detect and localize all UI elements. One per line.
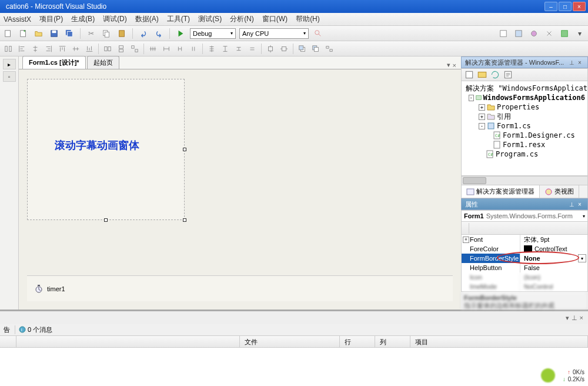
toolbox-pointer[interactable]: ▸: [3, 59, 16, 69]
resx-node[interactable]: Form1.resx: [503, 140, 545, 149]
dropdown-icon[interactable]: ▾: [578, 254, 586, 262]
align-center-icon[interactable]: [29, 43, 41, 55]
solution-explorer-button[interactable]: [497, 28, 509, 39]
project-node[interactable]: WindowsFormsApplication6: [483, 93, 585, 102]
same-width-icon[interactable]: [102, 43, 113, 55]
dock-dropdown-icon[interactable]: ▾: [566, 314, 569, 322]
references-node[interactable]: 引用: [497, 112, 511, 121]
panel-close-icon[interactable]: ×: [576, 58, 584, 66]
class-view-tab[interactable]: 类视图: [540, 185, 579, 198]
expand-project[interactable]: -: [469, 95, 473, 101]
vspace-dec-icon[interactable]: [233, 43, 245, 55]
pin-icon[interactable]: ⊥: [567, 58, 576, 66]
resize-handle-right[interactable]: [183, 148, 186, 151]
hspace-equal-icon[interactable]: [147, 43, 159, 55]
undo-button[interactable]: [138, 28, 149, 39]
bring-front-icon[interactable]: [296, 43, 308, 55]
start-page-button[interactable]: [559, 28, 570, 39]
tab-close-icon[interactable]: ×: [453, 62, 456, 69]
menu-vassistx[interactable]: VAssistX: [4, 15, 31, 24]
hspace-dec-icon[interactable]: [174, 43, 186, 55]
menu-help[interactable]: 帮助(H): [296, 14, 320, 24]
hspace-remove-icon[interactable]: [188, 43, 199, 55]
properties-icon[interactable]: [464, 69, 475, 80]
menu-analyze[interactable]: 分析(N): [230, 14, 254, 24]
scroll-label[interactable]: 滚动字幕动画窗体: [55, 138, 139, 152]
add-item-button[interactable]: [18, 28, 29, 39]
send-back-icon[interactable]: [310, 43, 322, 55]
center-h-icon[interactable]: [265, 43, 276, 55]
align-bottom-icon[interactable]: [83, 43, 95, 55]
cut-button[interactable]: ✂: [85, 28, 97, 39]
resize-handle-corner[interactable]: [183, 218, 186, 222]
same-size-icon[interactable]: [129, 43, 141, 55]
tab-form-designer[interactable]: Form1.cs [设计]*: [22, 56, 86, 69]
copy-button[interactable]: [101, 28, 112, 39]
program-node[interactable]: Program.cs: [496, 149, 538, 159]
dock-close-icon[interactable]: ×: [580, 314, 583, 321]
menu-debug[interactable]: 调试(D): [103, 14, 127, 24]
tab-start-page[interactable]: 起始页: [87, 56, 119, 69]
redo-button[interactable]: [153, 28, 165, 39]
find-button[interactable]: [312, 28, 324, 39]
align-right-icon[interactable]: [43, 43, 55, 55]
open-button[interactable]: [33, 28, 45, 39]
properties-object-combo[interactable]: Form1System.Windows.Forms.Form▾: [461, 210, 588, 222]
col-line[interactable]: 行: [340, 336, 375, 347]
minimize-button[interactable]: –: [544, 2, 557, 11]
same-height-icon[interactable]: [115, 43, 127, 55]
center-v-icon[interactable]: [278, 43, 290, 55]
save-button[interactable]: [48, 28, 60, 39]
toolbox-other[interactable]: ▫: [3, 71, 16, 82]
extensions-button[interactable]: ▾: [574, 28, 586, 39]
align-top-icon[interactable]: [56, 43, 68, 55]
menu-test[interactable]: 测试(S): [198, 14, 222, 24]
align-middle-icon[interactable]: [70, 43, 82, 55]
col-file[interactable]: 文件: [240, 336, 340, 347]
hspace-inc-icon[interactable]: [161, 43, 172, 55]
menu-build[interactable]: 生成(B): [71, 14, 95, 24]
vspace-equal-icon[interactable]: [206, 43, 218, 55]
form-border-style-row[interactable]: FormBorderStyleNone▾: [462, 254, 587, 263]
platform-combo[interactable]: Any CPU▾: [239, 28, 309, 39]
panel-close-icon[interactable]: ×: [576, 200, 584, 208]
show-all-icon[interactable]: [477, 69, 487, 80]
solution-tree[interactable]: 解决方案 "WindowsFormsApplication6" -Windows…: [461, 81, 588, 176]
form-node[interactable]: Form1.cs: [497, 121, 531, 131]
close-button[interactable]: ×: [573, 2, 586, 11]
timer-icon[interactable]: [34, 284, 44, 294]
menu-tools[interactable]: 工具(T): [167, 14, 190, 24]
resize-handle-bottom[interactable]: [104, 218, 108, 222]
start-debug-button[interactable]: [175, 28, 186, 39]
vspace-inc-icon[interactable]: [219, 43, 231, 55]
designer-file-node[interactable]: Form1.Designer.cs: [503, 131, 575, 140]
toolbox-button[interactable]: [543, 28, 555, 39]
pin-icon[interactable]: ⊥: [567, 200, 576, 208]
paste-button[interactable]: [116, 28, 128, 39]
properties-grid[interactable]: +Font宋体, 9pt ForeColorControlText FormBo…: [461, 235, 588, 292]
form-design[interactable]: 滚动字幕动画窗体: [27, 79, 185, 220]
menu-data[interactable]: 数据(A): [135, 14, 159, 24]
filter-messages[interactable]: i 0 个消息: [15, 325, 52, 334]
saveall-button[interactable]: [64, 28, 75, 39]
menu-window[interactable]: 窗口(W): [262, 14, 288, 24]
refresh-icon[interactable]: [490, 69, 500, 80]
object-browser-button[interactable]: [528, 28, 540, 39]
new-item-button[interactable]: [2, 28, 14, 39]
filter-warnings[interactable]: 告: [4, 325, 10, 334]
properties-window-button[interactable]: [513, 28, 524, 39]
tab-dropdown-icon[interactable]: ▾: [447, 61, 450, 69]
solution-explorer-tab[interactable]: 解决方案资源管理器: [462, 185, 540, 198]
view-code-icon[interactable]: [503, 69, 513, 80]
align-left-icon[interactable]: [16, 43, 28, 55]
expand-form[interactable]: -: [479, 123, 485, 129]
solution-node[interactable]: 解决方案 "WindowsFormsApplication6": [466, 84, 588, 93]
dock-pin-icon[interactable]: ⊥: [572, 314, 577, 322]
col-col[interactable]: 列: [375, 336, 410, 347]
form-designer-surface[interactable]: 滚动字幕动画窗体 timer1: [19, 69, 461, 310]
error-list-body[interactable]: [0, 348, 588, 386]
col-project[interactable]: 项目: [410, 336, 588, 347]
vspace-remove-icon[interactable]: [246, 43, 258, 55]
timer-label[interactable]: timer1: [47, 285, 65, 292]
maximize-button[interactable]: □: [559, 2, 572, 11]
